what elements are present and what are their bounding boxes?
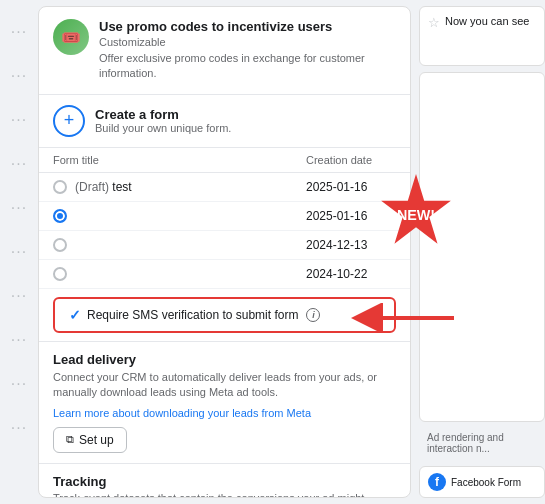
dot-row-8: ··· bbox=[0, 318, 38, 362]
radio-selected[interactable] bbox=[53, 209, 67, 223]
now-you-can-see-panel: ☆ Now you can see bbox=[419, 6, 545, 66]
dots-column: ··· ··· ··· ··· ··· ··· ··· ··· ··· ··· bbox=[0, 0, 38, 504]
promo-icon: 🎟️ bbox=[53, 19, 89, 55]
promo-text: Use promo codes to incentivize users Cus… bbox=[99, 19, 396, 82]
info-icon[interactable]: i bbox=[306, 308, 320, 322]
col-date-header: Creation date bbox=[306, 154, 396, 166]
radio-unselected[interactable] bbox=[53, 180, 67, 194]
star-icon: ☆ bbox=[428, 15, 440, 30]
promo-description: Offer exclusive promo codes in exchange … bbox=[99, 51, 396, 82]
table-row[interactable]: 2024-10-22 bbox=[39, 260, 410, 289]
main-container: ··· ··· ··· ··· ··· ··· ··· ··· ··· ··· … bbox=[0, 0, 545, 504]
table-row[interactable]: (Draft) test 2025-01-16 bbox=[39, 173, 410, 202]
table-header: Form title Creation date bbox=[39, 148, 410, 173]
radio-unselected[interactable] bbox=[53, 267, 67, 281]
facebook-form-label: Facebook Form bbox=[451, 477, 521, 488]
sms-verification-row[interactable]: ✓ Require SMS verification to submit for… bbox=[53, 297, 396, 333]
create-form-description: Build your own unique form. bbox=[95, 122, 231, 134]
lead-delivery-title: Lead delivery bbox=[53, 352, 396, 367]
sms-label: Require SMS verification to submit form bbox=[87, 308, 298, 322]
lead-delivery-description: Connect your CRM to automatically delive… bbox=[53, 370, 396, 401]
svg-text:NEW!: NEW! bbox=[397, 207, 435, 223]
row-date: 2024-10-22 bbox=[306, 267, 396, 281]
lead-delivery-section: Lead delivery Connect your CRM to automa… bbox=[39, 341, 410, 463]
row-title: (Draft) test bbox=[75, 180, 306, 194]
radio-col bbox=[53, 180, 75, 194]
table-row[interactable]: 2025-01-16 bbox=[39, 202, 410, 231]
radio-col bbox=[53, 238, 75, 252]
promo-card: 🎟️ Use promo codes to incentivize users … bbox=[39, 7, 410, 95]
facebook-form-badge: f Facebook Form bbox=[419, 466, 545, 498]
create-form-text: Create a form Build your own unique form… bbox=[95, 107, 231, 134]
dot-row-6: ··· bbox=[0, 230, 38, 274]
new-badge: NEW! bbox=[375, 172, 457, 254]
tracking-description: Track event datasets that contain the co… bbox=[53, 492, 396, 498]
now-you-can-see-text: Now you can see bbox=[445, 15, 529, 27]
setup-button-label: Set up bbox=[79, 433, 114, 447]
radio-col bbox=[53, 267, 75, 281]
ad-rendering-text: Ad rendering and interaction n... bbox=[419, 428, 545, 458]
setup-icon: ⧉ bbox=[66, 433, 74, 446]
draft-label: (Draft) bbox=[75, 180, 112, 194]
radio-unselected[interactable] bbox=[53, 238, 67, 252]
radio-col bbox=[53, 209, 75, 223]
tracking-section: Tracking Track event datasets that conta… bbox=[39, 463, 410, 498]
create-form-title: Create a form bbox=[95, 107, 231, 122]
promo-badge: Customizable bbox=[99, 36, 396, 48]
create-form-card[interactable]: + Create a form Build your own unique fo… bbox=[39, 95, 410, 148]
dot-row-4: ··· bbox=[0, 142, 38, 186]
dot-row-10: ··· bbox=[0, 406, 38, 450]
forms-table: Form title Creation date (Draft) test 20… bbox=[39, 148, 410, 289]
plus-icon: + bbox=[53, 105, 85, 137]
dot-row-3: ··· bbox=[0, 98, 38, 142]
dot-row-1: ··· bbox=[0, 10, 38, 54]
lead-delivery-link[interactable]: Learn more about downloading your leads … bbox=[53, 407, 396, 419]
promo-title: Use promo codes to incentivize users bbox=[99, 19, 396, 34]
setup-button[interactable]: ⧉ Set up bbox=[53, 427, 127, 453]
dot-row-5: ··· bbox=[0, 186, 38, 230]
arrow-indicator bbox=[349, 303, 459, 333]
dot-row-2: ··· bbox=[0, 54, 38, 98]
sms-checkmark-icon: ✓ bbox=[69, 307, 81, 323]
col-title-header: Form title bbox=[53, 154, 306, 166]
tracking-title: Tracking bbox=[53, 474, 396, 489]
center-content: 🎟️ Use promo codes to incentivize users … bbox=[38, 6, 411, 498]
table-row[interactable]: 2024-12-13 bbox=[39, 231, 410, 260]
dot-row-7: ··· bbox=[0, 274, 38, 318]
dot-row-9: ··· bbox=[0, 362, 38, 406]
facebook-icon: f bbox=[428, 473, 446, 491]
